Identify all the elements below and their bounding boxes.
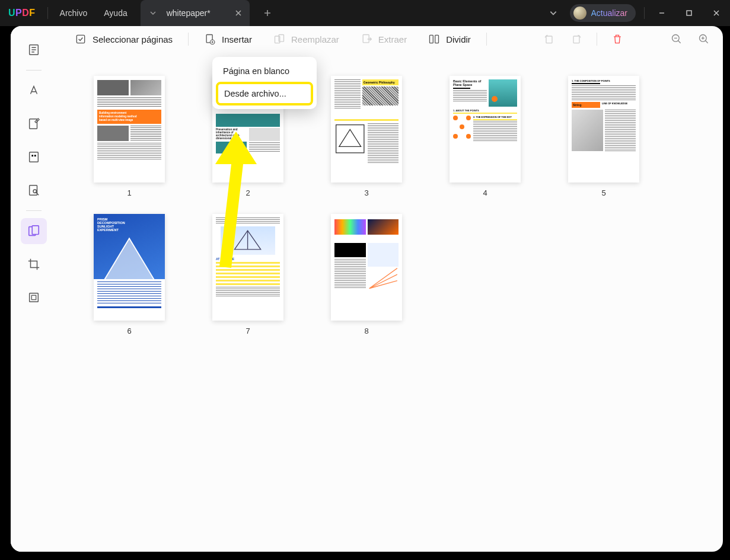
svg-rect-4 (31, 155, 33, 156)
page-number: 7 (246, 327, 250, 335)
split-button[interactable]: Dividir (420, 33, 479, 45)
new-tab-button[interactable] (259, 5, 276, 21)
sidebar-highlight-button[interactable] (21, 78, 47, 104)
sidebar-edit-button[interactable] (21, 111, 47, 137)
page-cell-8: 8 (313, 214, 420, 335)
sidebar-form-button[interactable] (21, 144, 47, 170)
separator (26, 70, 42, 71)
svg-rect-12 (76, 35, 84, 43)
tab-dropdown-icon[interactable] (149, 9, 157, 17)
separator (644, 7, 645, 19)
window-close-button[interactable] (703, 0, 730, 26)
page-thumbnail-3[interactable]: Geometric Philosophy (331, 76, 402, 183)
sidebar-reader-button[interactable] (21, 37, 47, 63)
insert-blank-page-item[interactable]: Página en blanco (216, 60, 313, 82)
page-thumbnail-8[interactable] (331, 214, 402, 321)
sidebar-watermark-button[interactable] (21, 284, 47, 311)
tabs-overflow-button[interactable] (541, 9, 565, 17)
page-number: 4 (483, 188, 487, 197)
select-pages-button[interactable]: Seleccionar páginas (66, 33, 181, 45)
app-logo: UPDF (0, 8, 44, 18)
page-cell-3: Geometric Philosophy 3 (313, 76, 420, 197)
svg-rect-19 (435, 35, 439, 43)
svg-rect-3 (30, 152, 39, 162)
zoom-out-button[interactable] (667, 30, 686, 49)
page-cell-1: Building environment information modelin… (76, 76, 183, 197)
svg-rect-5 (34, 155, 36, 156)
page-cell-4: Basic Elements ofPlane Space 1. ABOUT TH… (432, 76, 538, 197)
page-cell-5: 1. THE COMPOSITION OF POINTS String LINE… (550, 76, 657, 197)
menu-help[interactable]: Ayuda (95, 0, 135, 26)
page-number: 5 (601, 188, 605, 197)
page-thumbnail-6[interactable]: PRISM DECOMPOSITION SUNLIGHT EXPERIMENT (94, 214, 165, 321)
zoom-in-button[interactable] (694, 30, 713, 49)
titlebar: UPDF Archivo Ayuda whitepaper* Actualiza… (0, 0, 730, 26)
sidebar-crop-button[interactable] (21, 251, 47, 277)
page-cell-6: PRISM DECOMPOSITION SUNLIGHT EXPERIMENT … (76, 214, 183, 335)
page-number: 2 (246, 188, 250, 197)
svg-rect-9 (32, 226, 39, 235)
page-number: 6 (127, 327, 131, 335)
separator (188, 33, 189, 46)
svg-rect-18 (430, 35, 433, 43)
insert-dropdown: Página en blanco Desde archivo... (212, 57, 317, 109)
replace-label: Reemplazar (291, 34, 339, 44)
page-number: 1 (127, 188, 131, 197)
sidebar-organize-pages-button[interactable] (21, 218, 47, 244)
tab-close-button[interactable] (233, 8, 244, 18)
thumbnails-area: Building environment information modelin… (64, 60, 711, 546)
sidebar-ocr-button[interactable] (21, 177, 47, 203)
tab-title: whitepaper* (163, 8, 227, 18)
page-thumbnail-5[interactable]: 1. THE COMPOSITION OF POINTS String LINE… (568, 76, 639, 183)
separator (486, 33, 487, 46)
page-thumbnail-1[interactable]: Building environment information modelin… (94, 76, 165, 183)
separator (597, 33, 597, 46)
delete-page-button[interactable] (608, 30, 627, 49)
separator (47, 7, 48, 19)
update-label: Actualizar (591, 8, 627, 18)
organize-toolbar: Seleccionar páginas Insertar Reemplazar … (57, 26, 723, 52)
update-button[interactable]: Actualizar (570, 4, 636, 22)
svg-rect-11 (31, 295, 36, 299)
svg-rect-0 (687, 11, 691, 15)
split-label: Dividir (446, 34, 471, 44)
replace-button: Reemplazar (265, 33, 348, 45)
select-pages-label: Seleccionar páginas (93, 34, 173, 44)
separator (26, 210, 42, 211)
page-thumbnail-7[interactable]: AT THE TIME (212, 214, 283, 321)
main-panel: Seleccionar páginas Insertar Reemplazar … (11, 26, 723, 552)
svg-marker-25 (104, 238, 155, 281)
page-number: 3 (364, 188, 368, 197)
page-thumbnail-4[interactable]: Basic Elements ofPlane Space 1. ABOUT TH… (450, 76, 521, 183)
menu-file[interactable]: Archivo (52, 0, 96, 26)
window-minimize-button[interactable] (648, 0, 675, 26)
svg-rect-17 (363, 35, 369, 43)
rotate-left-button (540, 30, 559, 49)
document-tab[interactable]: whitepaper* (141, 0, 250, 26)
page-number: 8 (364, 327, 368, 335)
insert-from-file-item[interactable]: Desde archivo... (216, 82, 313, 105)
extract-label: Extraer (378, 34, 407, 44)
svg-rect-21 (573, 36, 579, 43)
user-avatar (573, 7, 586, 20)
svg-rect-20 (546, 36, 552, 43)
insert-button[interactable]: Insertar (196, 33, 260, 45)
left-sidebar (11, 26, 57, 552)
extract-button: Extraer (352, 33, 415, 45)
svg-rect-10 (30, 293, 39, 302)
window-maximize-button[interactable] (675, 0, 703, 26)
rotate-right-button (567, 30, 586, 49)
svg-point-7 (33, 190, 37, 193)
insert-label: Insertar (222, 34, 252, 44)
page-cell-7: AT THE TIME 7 (195, 214, 301, 335)
